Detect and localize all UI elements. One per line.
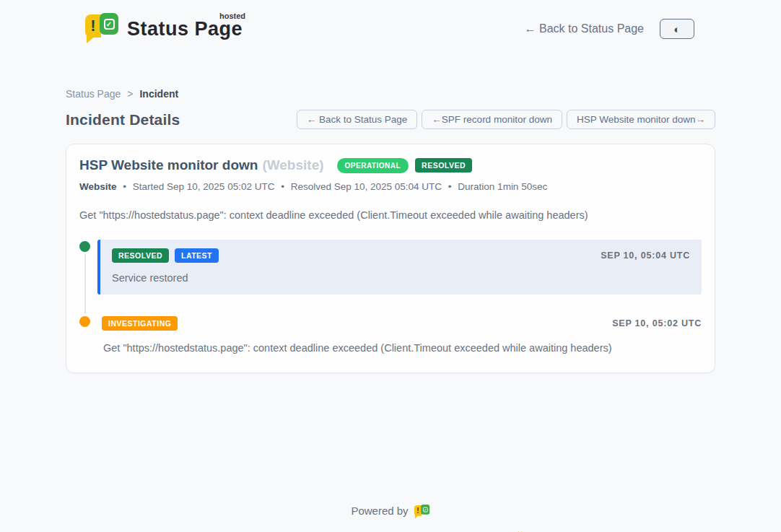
status-bubble-icon: ! ✓ [85,13,118,45]
timeline-highlight-box: RESOLVED LATEST SEP 10, 05:04 UTC Servic… [97,240,702,295]
timeline-message: Service restored [112,272,690,284]
meta-separator: • [123,181,126,192]
timeline-entry-badges: INVESTIGATING [102,316,178,331]
brand-logo[interactable]: ! ✓ Status Page hosted [85,13,243,45]
meta-duration: Duration 1min 50sec [458,181,547,192]
incident-card: HSP Website monitor down (Website) OPERA… [66,144,715,373]
brand-name: Status Page hosted [127,18,243,40]
header-actions: ← Back to Status Page ◐ [525,19,694,39]
meta-separator: • [281,181,284,192]
incident-card-header: HSP Website monitor down (Website) OPERA… [79,157,702,173]
breadcrumb-incident: Incident [139,88,178,100]
incident-meta: Website • Started Sep 10, 2025 05:02 UTC… [79,181,702,192]
theme-toggle-button[interactable]: ◐ [660,19,694,39]
meta-started: Started Sep 10, 2025 05:02 UTC [133,181,275,192]
next-incident-button[interactable]: HSP Website monitor down→ [567,110,715,129]
operational-badge: OPERATIONAL [337,158,409,173]
header-back-to-status-link[interactable]: ← Back to Status Page [525,22,644,35]
timeline-entry-header: RESOLVED LATEST SEP 10, 05:04 UTC [112,248,690,263]
timeline-entry-investigating: INVESTIGATING SEP 10, 05:02 UTC Get "htt… [79,315,702,354]
timeline-entry-body: RESOLVED LATEST SEP 10, 05:04 UTC Servic… [97,240,702,295]
timeline-dot-green [79,241,90,252]
meta-resolved: Resolved Sep 10, 2025 05:04 UTC [291,181,442,192]
breadcrumb: Status Page > Incident [66,88,715,100]
check-icon: ✓ [104,19,115,30]
page-title: Incident Details [66,111,180,128]
meta-component: Website [79,181,117,192]
incident-status-badges: OPERATIONAL RESOLVED [337,158,473,173]
prev-incident-button[interactable]: ←SPF record monitor down [422,110,562,129]
page-footer: Powered by ! ✓ © 2025-10-08 14:10:34.772… [0,503,781,532]
incident-description: Get "https://hostedstatus.page": context… [79,209,702,221]
investigating-badge: INVESTIGATING [102,316,178,331]
title-row: Incident Details ← Back to Status Page ←… [66,110,715,129]
meta-separator: • [448,181,452,192]
resolved-badge: RESOLVED [415,158,472,173]
half-circle-theme-icon: ◐ [673,24,680,35]
powered-by-link[interactable]: Powered by ! ✓ [351,503,429,518]
bubble-green-half: ✓ [100,13,118,35]
incident-nav-buttons: ← Back to Status Page ←SPF record monito… [297,110,715,129]
bubble-yellow-half: ! [85,14,101,38]
timeline-entry-header: INVESTIGATING SEP 10, 05:02 UTC [102,316,702,331]
timeline-entry-body: INVESTIGATING SEP 10, 05:02 UTC Get "htt… [97,315,702,354]
incident-timeline: RESOLVED LATEST SEP 10, 05:04 UTC Servic… [79,240,702,354]
incident-title: HSP Website monitor down [79,157,258,173]
timeline-message: Get "https://hostedstatus.page": context… [102,342,702,354]
exclamation-glyph: ! [90,18,95,34]
mini-status-bubble-icon: ! ✓ [414,505,430,520]
breadcrumb-separator: > [127,88,133,100]
top-bar: ! ✓ Status Page hosted ← Back to Status … [0,0,781,55]
timeline-dot-orange [79,316,90,327]
timeline-entry-badges: RESOLVED LATEST [112,248,219,263]
brand-hosted-label: hosted [219,12,245,20]
breadcrumb-status-page[interactable]: Status Page [66,88,121,100]
timeline-plain-box: INVESTIGATING SEP 10, 05:02 UTC Get "htt… [97,315,702,354]
timeline-timestamp: SEP 10, 05:02 UTC [612,318,702,328]
main-content: Status Page > Incident Incident Details … [66,88,715,373]
brand-title: Status Page [127,18,243,40]
latest-badge: LATEST [175,248,219,263]
resolved-badge: RESOLVED [112,248,169,263]
timeline-entry-resolved: RESOLVED LATEST SEP 10, 05:04 UTC Servic… [79,240,702,295]
timeline-timestamp: SEP 10, 05:04 UTC [601,250,690,261]
powered-by-label: Powered by [351,505,408,517]
incident-component: (Website) [262,157,323,173]
back-to-status-page-button[interactable]: ← Back to Status Page [297,110,418,129]
